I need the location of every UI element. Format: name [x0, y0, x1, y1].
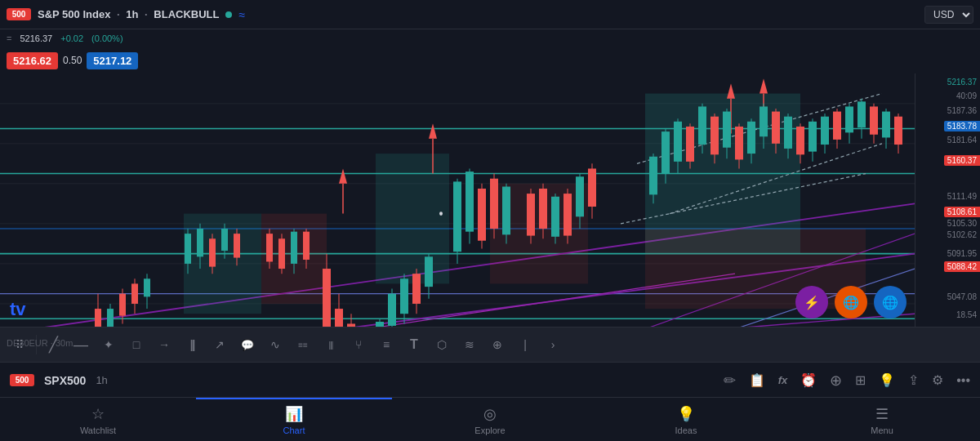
wave-tool[interactable]: ≋: [457, 332, 483, 358]
svg-rect-22: [376, 154, 449, 283]
svg-rect-94: [453, 181, 461, 252]
svg-rect-58: [185, 234, 191, 264]
svg-rect-150: [858, 101, 866, 127]
pattern-tool[interactable]: |||: [179, 332, 205, 358]
bulb-icon[interactable]: 💡: [879, 372, 895, 388]
fork-tool[interactable]: ⑂: [345, 332, 372, 358]
brush-tool[interactable]: ∿: [262, 332, 288, 358]
svg-rect-148: [845, 106, 853, 132]
ask-price: 5217.12: [87, 52, 138, 69]
chart-header: 500 S&P 500 Index · 1h · BLACKBULL ≈ USD…: [0, 0, 980, 29]
menu-icon: ☰: [875, 405, 889, 423]
globe2-button[interactable]: 🌐: [874, 286, 906, 318]
grid-tool[interactable]: ≡≡: [290, 332, 316, 358]
price-level-1: 5216.37: [916, 78, 980, 87]
svg-rect-144: [821, 117, 829, 145]
globe-button[interactable]: 🌐: [835, 286, 867, 318]
svg-rect-124: [698, 106, 706, 145]
indicator-tool[interactable]: |||: [318, 332, 344, 358]
svg-point-157: [439, 212, 443, 216]
svg-rect-104: [527, 194, 535, 235]
svg-rect-88: [400, 278, 408, 314]
more-tools[interactable]: ›: [540, 332, 566, 358]
svg-rect-118: [662, 131, 670, 173]
tv-logo: tv: [10, 299, 26, 320]
svg-rect-64: [221, 229, 228, 251]
network-tool[interactable]: ✦: [96, 332, 122, 358]
curve-arrow-tool[interactable]: ↗: [207, 332, 233, 358]
svg-rect-54: [131, 283, 138, 304]
price-level-10: 5091.95: [916, 249, 980, 258]
svg-rect-76: [323, 269, 331, 327]
bubble-tool[interactable]: 💬: [234, 332, 261, 358]
nav-menu[interactable]: ☰ Menu: [784, 398, 980, 441]
pencil-icon[interactable]: ✏: [724, 372, 736, 390]
svg-rect-128: [723, 112, 731, 148]
symbol-name: S&P 500 Index · 1h · BLACKBULL: [38, 8, 219, 20]
arrow-line-tool[interactable]: →: [151, 332, 177, 358]
clock-icon[interactable]: ⏰: [800, 372, 817, 388]
text-tool[interactable]: T: [401, 332, 427, 358]
more-icon[interactable]: •••: [956, 373, 970, 388]
rectangle-tool[interactable]: □: [123, 332, 149, 358]
svg-rect-126: [710, 117, 719, 155]
svg-rect-120: [674, 122, 682, 162]
svg-rect-60: [197, 229, 203, 256]
watchlist-item-1: DE30EUR · 30m: [7, 338, 73, 348]
note-icon[interactable]: 📋: [749, 372, 765, 388]
price-line: = 5216.37 +0.02 (0.00%): [0, 29, 980, 47]
svg-marker-30: [727, 83, 735, 98]
share-icon[interactable]: ⇪: [908, 372, 919, 388]
apps-icon[interactable]: ⊞: [855, 372, 866, 388]
live-dot: [225, 11, 232, 18]
bar-tool[interactable]: |: [512, 332, 538, 358]
svg-rect-78: [335, 309, 343, 327]
svg-marker-26: [339, 168, 347, 183]
explore-label: Explore: [474, 425, 505, 435]
chart-svg: [0, 74, 915, 327]
svg-rect-98: [478, 189, 486, 241]
pin-tool[interactable]: ⊕: [484, 332, 510, 358]
equal-tool[interactable]: ≡: [373, 332, 399, 358]
svg-rect-74: [303, 232, 310, 260]
plus-circle-icon[interactable]: ⊕: [830, 372, 842, 390]
wave-icon: ≈: [238, 8, 245, 21]
price-level-7: 5108.61: [944, 207, 980, 217]
price-level-3: 5183.78: [944, 121, 980, 131]
svg-rect-108: [551, 197, 559, 237]
svg-rect-154: [882, 112, 890, 138]
price-level-8: 5105.30: [916, 219, 980, 228]
current-price: 5216.37: [20, 33, 52, 43]
svg-marker-28: [429, 123, 437, 138]
svg-rect-102: [502, 187, 510, 235]
svg-rect-68: [266, 234, 273, 261]
chart-label: Chart: [283, 425, 305, 435]
settings-icon[interactable]: ⚙: [932, 372, 943, 388]
nodes-tool[interactable]: ⬡: [429, 332, 455, 358]
price-change: +0.02: [60, 33, 83, 43]
svg-rect-106: [539, 189, 547, 229]
nav-watchlist[interactable]: ☆ Watchlist: [0, 398, 196, 441]
svg-rect-96: [466, 172, 474, 232]
price-level-11: 5088.42: [944, 261, 980, 272]
time-display: 40:09: [916, 91, 980, 100]
currency-select[interactable]: USD EUR GBP: [924, 6, 973, 24]
svg-rect-70: [278, 238, 285, 269]
svg-rect-152: [870, 106, 878, 134]
price-level-5: 5160.37: [944, 155, 980, 166]
price-change-pct: (0.00%): [91, 33, 123, 43]
svg-rect-136: [772, 112, 780, 144]
chart-area[interactable]: 5216.37 40:09 5187.36 5183.78 5181.64 51…: [0, 74, 980, 327]
fx-icon[interactable]: fx: [778, 374, 788, 386]
nav-ideas[interactable]: 💡 Ideas: [588, 398, 784, 441]
svg-rect-100: [490, 179, 498, 229]
price-level-13: 18.54: [916, 310, 980, 319]
ideas-label: Ideas: [675, 425, 697, 435]
ideas-icon: 💡: [677, 405, 695, 423]
nav-explore[interactable]: ◎ Explore: [392, 398, 588, 441]
watchlist-icon: ☆: [91, 405, 105, 423]
price-level-12: 5047.08: [916, 292, 980, 301]
nav-chart[interactable]: 📊 Chart: [196, 398, 392, 441]
lightning-button[interactable]: ⚡: [795, 286, 828, 318]
svg-rect-72: [291, 232, 297, 264]
